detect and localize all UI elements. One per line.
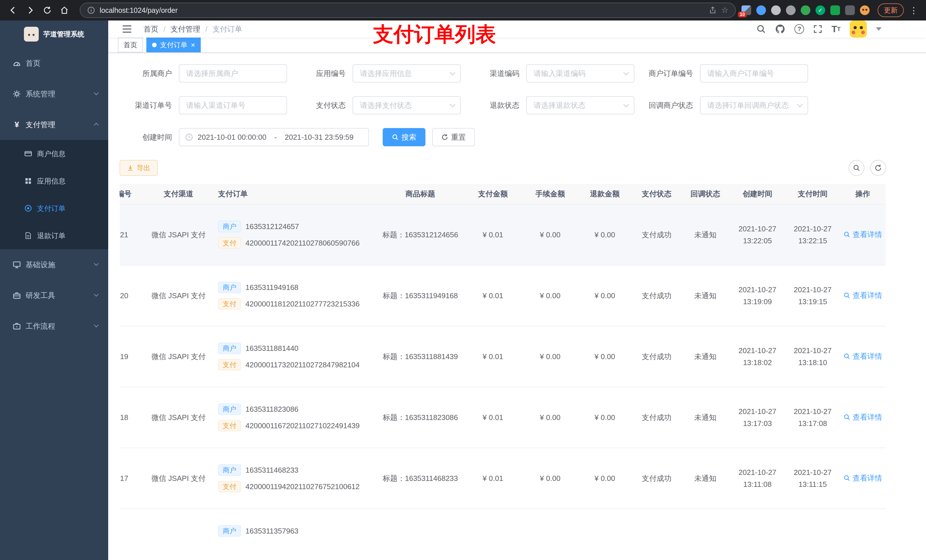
extension-icon[interactable] (786, 5, 796, 15)
cell-id: 21 (120, 204, 146, 265)
search-icon[interactable] (756, 24, 766, 34)
merchant-tag: 商户 (218, 343, 241, 354)
field-label: 商户订单编号 (641, 69, 700, 78)
extension-icon[interactable] (756, 5, 766, 15)
merchant-order-no-input[interactable] (700, 64, 808, 83)
fullscreen-icon[interactable] (813, 24, 822, 33)
notify-status-select[interactable] (700, 96, 808, 115)
sidebar-item-home[interactable]: 首页 (0, 48, 108, 78)
pay-status-select[interactable] (353, 96, 461, 115)
cell-pay-order: 商户1635311949168 支付4200001181202110277723… (211, 265, 378, 326)
breadcrumb-current: 支付订单 (212, 24, 242, 34)
channel-order-no-input[interactable] (179, 96, 287, 115)
cell-channel: 微信 JSAPI 支付 (146, 265, 211, 326)
search-button[interactable]: 搜索 (383, 128, 425, 146)
sidebar-fold-icon[interactable] (120, 22, 135, 36)
view-detail-link[interactable]: 查看详情 (843, 473, 882, 483)
sidebar-item-app-info[interactable]: 应用信息 (0, 167, 108, 195)
profile-avatar-icon[interactable] (860, 5, 870, 15)
sidebar-item-infra[interactable]: 基础设施 (0, 249, 108, 280)
extension-icon[interactable] (801, 5, 810, 15)
bookmark-star-icon[interactable]: ☆ (721, 6, 728, 14)
field-label: 创建时间 (120, 132, 179, 142)
browser-forward-button[interactable] (23, 3, 38, 18)
sidebar-item-system[interactable]: 系统管理 (0, 78, 108, 109)
breadcrumb-home[interactable]: 首页 (144, 24, 158, 34)
sidebar-item-pay-order[interactable]: 支付订单 (0, 195, 108, 222)
browser-home-button[interactable] (57, 3, 72, 18)
merchant-order-no: 1635312124657 (245, 222, 299, 231)
screen: localhost:1024/pay/order ☆ 10 ✓ 更新 ⋮ 芋道管… (0, 0, 926, 560)
view-detail-link[interactable]: 查看详情 (843, 352, 882, 361)
merchant-input[interactable] (179, 64, 287, 83)
help-icon[interactable]: ? (794, 24, 804, 34)
chevron-up-icon (94, 123, 99, 128)
user-avatar[interactable] (850, 21, 867, 38)
field-label: 回调商户状态 (641, 100, 700, 110)
col-amount: 支付金额 (463, 184, 523, 204)
extension-badge: 10 (738, 12, 747, 17)
refund-status-select[interactable] (526, 96, 634, 115)
cell-notify: 未通知 (681, 265, 729, 326)
view-detail-link[interactable]: 查看详情 (843, 412, 882, 422)
date-range-picker[interactable]: 2021-10-01 00:00:00 - 2021-10-31 23:59:5… (179, 128, 369, 146)
sidebar-item-dev-tools[interactable]: 研发工具 (0, 280, 108, 311)
sidebar-item-merchant-info[interactable]: 商户信息 (0, 140, 108, 167)
merchant-order-no: 1635311881440 (245, 344, 298, 353)
table-row: 商户1635311357963 (120, 509, 885, 560)
avatar-caret-icon[interactable] (876, 27, 882, 31)
cell-title: 标题：1635311881439 (378, 326, 463, 387)
address-bar[interactable]: localhost:1024/pay/order ☆ (80, 3, 736, 18)
browser-update-button[interactable]: 更新 (878, 3, 904, 17)
tab-label: 支付订单 (160, 41, 188, 50)
chevron-down-icon (94, 91, 99, 95)
view-detail-link[interactable]: 查看详情 (843, 291, 882, 300)
col-pay-order: 支付订单 (211, 184, 378, 204)
sidebar-item-label: 退款订单 (37, 231, 65, 240)
font-size-icon[interactable]: TT (831, 24, 841, 33)
cell-amount: ¥ 0.01 (463, 387, 523, 448)
cell-actions: 查看详情 (840, 448, 885, 509)
breadcrumb-pay[interactable]: 支付管理 (171, 24, 200, 34)
url-text: localhost:1024/pay/order (100, 6, 704, 15)
tab-close-icon[interactable]: × (191, 41, 195, 49)
extension-icon[interactable] (830, 5, 840, 15)
cell-id: 18 (120, 387, 146, 448)
home-icon (60, 6, 69, 15)
sidebar-item-pay[interactable]: ¥ 支付管理 (0, 109, 108, 140)
sidebar-item-workflow[interactable]: 工作流程 (0, 311, 108, 341)
github-icon[interactable] (775, 24, 785, 34)
field-label: 退款状态 (467, 100, 526, 110)
pay-tag: 支付 (218, 420, 241, 432)
toggle-search-button[interactable] (849, 160, 864, 176)
cell-refund: ¥ 0.00 (578, 204, 632, 265)
filter-field-pay-status: 支付状态 (293, 96, 461, 115)
browser-menu-icon[interactable]: ⋮ (907, 5, 920, 15)
navbar-actions: ? TT (756, 21, 926, 38)
channel-code-select[interactable] (526, 64, 634, 83)
briefcase-icon (12, 322, 21, 331)
extension-icon[interactable] (771, 5, 781, 15)
share-icon[interactable] (709, 6, 717, 14)
col-channel: 支付渠道 (146, 184, 211, 204)
view-detail-link[interactable]: 查看详情 (843, 229, 882, 240)
cell-title: 标题：1635312124656 (378, 204, 463, 265)
refresh-table-button[interactable] (870, 160, 886, 176)
cell-amount: ¥ 0.01 (463, 204, 523, 265)
puzzle-extensions-icon[interactable] (845, 5, 855, 15)
tab-home[interactable]: 首页 (118, 38, 143, 52)
export-button[interactable]: 导出 (120, 160, 158, 176)
extension-icon[interactable]: 10 (741, 5, 751, 15)
extension-icon[interactable]: ✓ (816, 5, 825, 15)
reset-icon (441, 134, 448, 140)
reset-button[interactable]: 重置 (432, 128, 475, 146)
app-select[interactable] (353, 64, 461, 83)
tab-pay-order[interactable]: 支付订单 × (146, 38, 201, 52)
browser-back-button[interactable] (6, 3, 21, 18)
sidebar: 芋道管理系统 首页 系统管理 ¥ 支付管理 (0, 21, 108, 560)
field-label: 所属商户 (120, 69, 179, 78)
browser-refresh-button[interactable] (40, 3, 54, 18)
filter-field-notify-status: 回调商户状态 (641, 96, 808, 115)
app-logo[interactable]: 芋道管理系统 (0, 21, 108, 48)
sidebar-item-refund-order[interactable]: 退款订单 (0, 222, 108, 249)
